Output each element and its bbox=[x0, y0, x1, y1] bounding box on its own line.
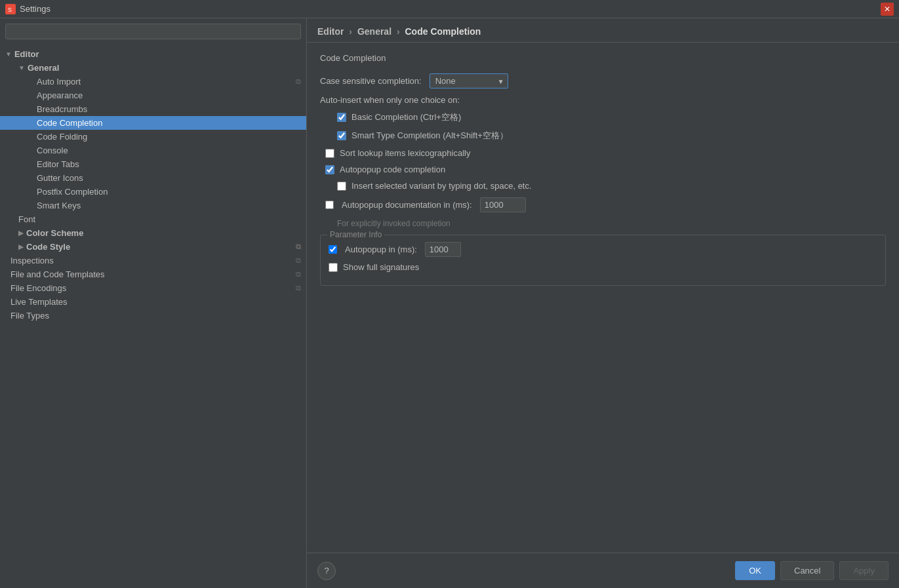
bottom-bar: ? OK Cancel Apply bbox=[307, 553, 899, 588]
sidebar-item-file-types[interactable]: File Types bbox=[0, 309, 306, 323]
sort-lookup-row: Sort lookup items lexicographically bbox=[325, 148, 886, 158]
breadcrumb: Editor › General › Code Completion bbox=[307, 18, 899, 43]
insert-variant-checkbox[interactable] bbox=[337, 182, 346, 191]
section-title: Code Completion bbox=[320, 53, 886, 63]
sidebar-item-editor-tabs[interactable]: Editor Tabs bbox=[0, 157, 306, 171]
smart-type-row: Smart Type Completion (Alt+Shift+空格） bbox=[337, 130, 886, 142]
param-autopopup-input[interactable] bbox=[425, 242, 461, 257]
breadcrumb-part2: General bbox=[357, 26, 391, 37]
show-full-row: Show full signatures bbox=[329, 262, 877, 272]
editor-label: Editor bbox=[14, 49, 39, 59]
autopopup-doc-label[interactable]: Autopopup documentation in (ms): bbox=[342, 200, 472, 210]
ok-button[interactable]: OK bbox=[735, 561, 775, 580]
basic-completion-label[interactable]: Basic Completion (Ctrl+空格) bbox=[351, 111, 461, 123]
settings-content: Code Completion Case sensitive completio… bbox=[307, 43, 899, 553]
sidebar-item-code-completion[interactable]: Code Completion bbox=[0, 116, 306, 130]
sidebar-item-editor[interactable]: ▼ Editor bbox=[0, 47, 306, 61]
sidebar-tree: ▼ Editor ▼ General Auto Import ⧉ Appeara… bbox=[0, 45, 306, 588]
sidebar-item-color-scheme[interactable]: ▶ Color Scheme bbox=[0, 226, 306, 240]
copy-icon-file-templates: ⧉ bbox=[296, 270, 301, 279]
expand-arrow: ▼ bbox=[5, 50, 12, 58]
sidebar-item-live-templates[interactable]: Live Templates bbox=[0, 295, 306, 309]
smart-type-label[interactable]: Smart Type Completion (Alt+Shift+空格） bbox=[351, 130, 508, 142]
titlebar: S Settings ✕ bbox=[0, 0, 899, 18]
sidebar-item-file-encodings[interactable]: File Encodings ⧉ bbox=[0, 281, 306, 295]
show-full-checkbox[interactable] bbox=[329, 263, 338, 272]
insert-variant-label[interactable]: Insert selected variant by typing dot, s… bbox=[351, 181, 532, 191]
titlebar-left: S Settings bbox=[5, 4, 50, 14]
breadcrumb-sep1: › bbox=[349, 26, 352, 37]
show-full-label[interactable]: Show full signatures bbox=[343, 262, 419, 272]
search-input[interactable] bbox=[5, 24, 301, 39]
sort-lookup-checkbox[interactable] bbox=[325, 149, 334, 158]
param-info-box: Parameter Info Autopopup in (ms): Show f… bbox=[320, 235, 886, 286]
basic-completion-checkbox[interactable] bbox=[337, 113, 346, 122]
window-title: Settings bbox=[20, 4, 50, 14]
autopopup-doc-checkbox[interactable] bbox=[325, 201, 334, 209]
autopopup-row: Autopopup code completion bbox=[325, 165, 886, 174]
content-panel: Editor › General › Code Completion Code … bbox=[307, 18, 899, 588]
autopopup-checkbox[interactable] bbox=[325, 165, 334, 174]
param-autopopup-label[interactable]: Autopopup in (ms): bbox=[345, 245, 417, 254]
cancel-button[interactable]: Cancel bbox=[780, 561, 834, 580]
sidebar-item-postfix-completion[interactable]: Postfix Completion bbox=[0, 185, 306, 199]
param-info-legend: Parameter Info bbox=[327, 230, 384, 239]
copy-icon-file-encodings: ⧉ bbox=[296, 284, 301, 292]
param-autopopup-row: Autopopup in (ms): bbox=[329, 242, 877, 257]
color-scheme-expand-arrow: ▶ bbox=[18, 229, 24, 237]
sidebar-item-breadcrumbs[interactable]: Breadcrumbs bbox=[0, 102, 306, 116]
auto-insert-label: Auto-insert when only one choice on: bbox=[320, 95, 460, 105]
autopopup-label[interactable]: Autopopup code completion bbox=[340, 165, 445, 174]
insert-variant-row: Insert selected variant by typing dot, s… bbox=[337, 181, 886, 191]
general-label: General bbox=[28, 63, 59, 73]
auto-insert-row: Auto-insert when only one choice on: bbox=[320, 95, 886, 105]
sidebar-item-font[interactable]: Font bbox=[0, 212, 306, 226]
sidebar-item-smart-keys[interactable]: Smart Keys bbox=[0, 199, 306, 212]
for-explicit-label: For explicitly invoked completion bbox=[337, 219, 886, 228]
case-sensitive-dropdown[interactable]: None All First letter bbox=[430, 73, 508, 88]
sidebar-item-console[interactable]: Console bbox=[0, 144, 306, 157]
copy-icon-inspections: ⧉ bbox=[296, 256, 301, 265]
breadcrumb-part1: Editor bbox=[317, 26, 344, 37]
sort-lookup-label[interactable]: Sort lookup items lexicographically bbox=[340, 148, 470, 158]
copy-icon-code-style: ⧉ bbox=[296, 243, 301, 251]
case-sensitive-label: Case sensitive completion: bbox=[320, 76, 422, 86]
sidebar: ▼ Editor ▼ General Auto Import ⧉ Appeara… bbox=[0, 18, 307, 588]
sidebar-item-general[interactable]: ▼ General bbox=[0, 61, 306, 75]
sidebar-item-inspections[interactable]: Inspections ⧉ bbox=[0, 254, 306, 267]
sidebar-item-appearance[interactable]: Appearance bbox=[0, 88, 306, 102]
basic-completion-row: Basic Completion (Ctrl+空格) bbox=[337, 111, 886, 123]
smart-type-checkbox[interactable] bbox=[337, 131, 346, 140]
code-style-expand-arrow: ▶ bbox=[18, 243, 24, 250]
bottom-left: ? bbox=[317, 562, 730, 580]
param-autopopup-checkbox[interactable] bbox=[329, 245, 337, 254]
breadcrumb-sep2: › bbox=[397, 26, 400, 37]
close-button[interactable]: ✕ bbox=[881, 3, 894, 16]
sidebar-item-file-and-code-templates[interactable]: File and Code Templates ⧉ bbox=[0, 267, 306, 281]
autopopup-doc-input[interactable] bbox=[480, 197, 526, 212]
main-container: ▼ Editor ▼ General Auto Import ⧉ Appeara… bbox=[0, 18, 899, 588]
autopopup-doc-row: Autopopup documentation in (ms): bbox=[325, 197, 886, 212]
general-expand-arrow: ▼ bbox=[18, 64, 25, 71]
case-sensitive-dropdown-wrapper: None All First letter ▼ bbox=[430, 73, 508, 88]
breadcrumb-part3: Code Completion bbox=[405, 26, 481, 37]
sidebar-item-auto-import[interactable]: Auto Import ⧉ bbox=[0, 75, 306, 88]
svg-text:S: S bbox=[8, 7, 12, 13]
copy-icon-auto-import: ⧉ bbox=[296, 77, 301, 86]
sidebar-item-code-folding[interactable]: Code Folding bbox=[0, 130, 306, 144]
sidebar-item-code-style[interactable]: ▶ Code Style ⧉ bbox=[0, 240, 306, 254]
apply-button[interactable]: Apply bbox=[839, 561, 889, 580]
case-sensitive-row: Case sensitive completion: None All Firs… bbox=[320, 73, 886, 88]
app-icon: S bbox=[5, 4, 16, 14]
help-button[interactable]: ? bbox=[317, 562, 336, 580]
sidebar-item-gutter-icons[interactable]: Gutter Icons bbox=[0, 171, 306, 185]
